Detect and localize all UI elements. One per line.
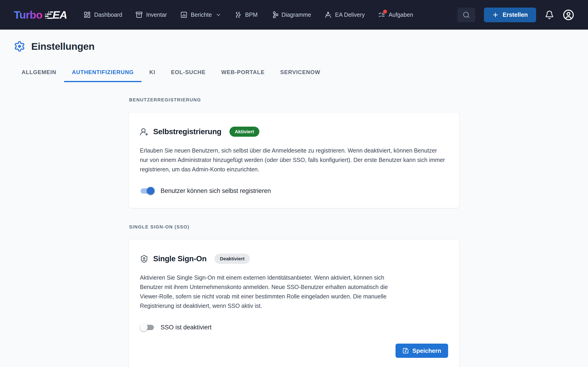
card-title: Single Sign-On [153, 254, 207, 263]
notifications-button[interactable] [545, 10, 554, 19]
card-description: Aktivieren Sie Single Sign-On mit einem … [140, 273, 409, 311]
save-icon [402, 348, 409, 354]
gear-icon [14, 41, 25, 52]
account-button[interactable] [563, 9, 574, 21]
nav-item-aufgaben[interactable]: Aufgaben [378, 11, 413, 18]
settings-page: Einstellungen ALLGEMEIN AUTHENTIFIZIERUN… [0, 41, 588, 367]
create-button[interactable]: Erstellen [484, 8, 536, 22]
main-navigation: Dashboard Inventar Berichte BPM Diagramm… [84, 11, 413, 18]
nav-label: Berichte [191, 11, 212, 18]
create-button-label: Erstellen [502, 11, 528, 18]
nav-item-berichte[interactable]: Berichte [180, 11, 221, 18]
workflow-icon [234, 11, 242, 18]
checklist-icon-wrap [378, 11, 385, 18]
sso-toggle[interactable] [140, 323, 155, 332]
section-heading: SINGLE SIGN-ON (SSO) [129, 224, 459, 230]
nav-label: EA Delivery [335, 11, 365, 18]
card-footer: Speichern [140, 344, 448, 358]
notification-dot [383, 10, 387, 14]
toggle-label: SSO ist deaktiviert [161, 324, 212, 331]
user-plus-icon [140, 127, 148, 136]
settings-content: BENUTZERREGISTRIERUNG Selbstregistrierun… [129, 97, 459, 367]
nav-item-inventar[interactable]: Inventar [136, 11, 167, 18]
logo-text-ea: EA [52, 8, 67, 21]
top-navbar: Turbo EA Dashboard Inventar Berichte [0, 0, 588, 30]
search-button[interactable] [457, 8, 475, 22]
card-selbstregistrierung: Selbstregistrierung Aktiviert Erlauben S… [129, 112, 459, 208]
nav-item-bpm[interactable]: BPM [234, 11, 258, 18]
card-single-sign-on: Single Sign-On Deaktiviert Aktivieren Si… [129, 239, 459, 367]
card-title: Selbstregistrierung [153, 127, 221, 136]
nav-label: BPM [245, 11, 258, 18]
compass-icon [325, 11, 332, 18]
status-badge: Deaktiviert [215, 254, 250, 264]
page-title: Einstellungen [31, 41, 95, 52]
status-badge: Aktiviert [229, 127, 259, 137]
card-description: Erlauben Sie neuen Benutzern, sich selbs… [140, 146, 447, 174]
toggle-label: Benutzer können sich selbst registrieren [161, 187, 271, 194]
save-button-label: Speichern [412, 347, 441, 354]
toggle-row: Benutzer können sich selbst registrieren [140, 186, 448, 195]
nav-item-ea-delivery[interactable]: EA Delivery [325, 11, 365, 18]
bar-chart-icon [180, 11, 187, 18]
nav-item-diagramme[interactable]: Diagramme [271, 11, 311, 18]
navbar-actions: Erstellen [457, 8, 574, 22]
tab-servicenow[interactable]: SERVICENOW [272, 64, 328, 82]
app-logo[interactable]: Turbo EA [14, 8, 67, 21]
chevron-down-icon [216, 12, 221, 18]
plus-icon [492, 12, 499, 18]
tab-allgemein[interactable]: ALLGEMEIN [14, 64, 64, 82]
card-header: Single Sign-On Deaktiviert [140, 254, 448, 264]
tab-eol-suche[interactable]: EOL-SUCHE [163, 64, 213, 82]
nav-label: Inventar [146, 11, 167, 18]
tab-web-portale[interactable]: WEB-PORTALE [213, 64, 272, 82]
user-circle-icon [563, 9, 574, 21]
toggle-knob [140, 323, 148, 331]
nav-label: Diagramme [282, 11, 311, 18]
bell-icon [545, 10, 554, 19]
nav-item-dashboard[interactable]: Dashboard [84, 11, 122, 18]
nav-label: Dashboard [94, 11, 122, 18]
hierarchy-icon [271, 11, 278, 18]
section-benutzerregistrierung: BENUTZERREGISTRIERUNG Selbstregistrierun… [129, 97, 459, 208]
settings-tabs: ALLGEMEIN AUTHENTIFIZIERUNG KI EOL-SUCHE… [14, 64, 574, 82]
shield-user-icon [140, 255, 148, 263]
search-icon [463, 11, 470, 19]
toggle-row: SSO ist deaktiviert [140, 323, 448, 332]
nav-label: Aufgaben [389, 11, 413, 18]
section-heading: BENUTZERREGISTRIERUNG [129, 97, 459, 102]
toggle-knob [147, 187, 155, 195]
tab-authentifizierung[interactable]: AUTHENTIFIZIERUNG [64, 64, 141, 82]
card-header: Selbstregistrierung Aktiviert [140, 127, 448, 137]
archive-icon [136, 11, 143, 18]
layout-dashboard-icon [84, 11, 91, 18]
save-button[interactable]: Speichern [396, 344, 448, 358]
tab-ki[interactable]: KI [141, 64, 163, 82]
section-sso: SINGLE SIGN-ON (SSO) Single Sign-On Deak… [129, 224, 459, 367]
self-registration-toggle[interactable] [140, 186, 155, 195]
page-title-row: Einstellungen [14, 41, 574, 52]
logo-text-turbo: Turbo [14, 8, 43, 21]
